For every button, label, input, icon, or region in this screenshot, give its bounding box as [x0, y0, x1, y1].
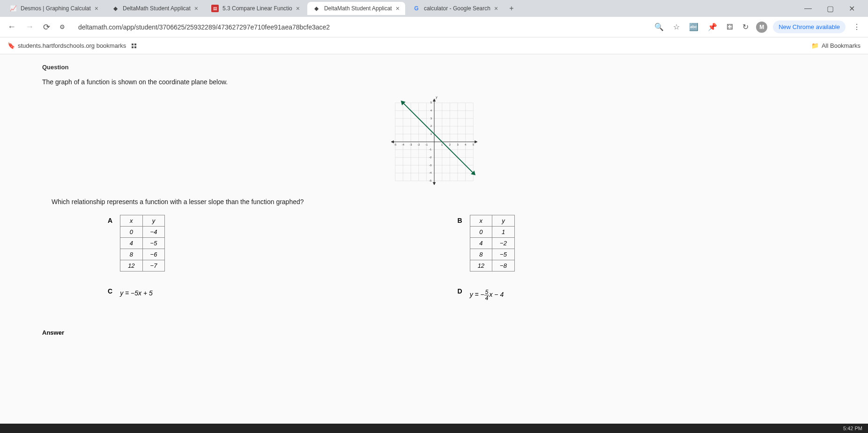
svg-text:-1: -1	[425, 143, 427, 146]
coordinate-graph: y -5-4-3-2-1 12345 54321 -1-2-3-4-5	[387, 95, 481, 189]
choice-label-b: B	[458, 217, 462, 224]
folder-icon: 📁	[811, 42, 819, 49]
apps-button[interactable]	[132, 44, 136, 48]
bookmark-hartford[interactable]: 🔖 students.hartfordschools.org bookmarks	[7, 42, 126, 49]
profile-avatar[interactable]: M	[756, 22, 767, 33]
choice-label-c: C	[108, 287, 112, 295]
svg-text:-4: -4	[429, 171, 432, 174]
search-icon[interactable]: 🔍	[653, 21, 666, 33]
close-icon[interactable]: ×	[95, 5, 98, 12]
svg-text:-1: -1	[429, 148, 431, 151]
tab-title: 5.3 Compare Linear Functio	[223, 5, 292, 12]
svg-text:y: y	[435, 95, 438, 99]
svg-text:1: 1	[430, 132, 431, 135]
sub-question-text: Which relationship represents a function…	[52, 198, 826, 205]
tab-compare-linear[interactable]: ▤ 5.3 Compare Linear Functio ×	[206, 2, 305, 15]
translate-icon[interactable]: 🔤	[687, 21, 700, 33]
table-a: xy 0−4 4−5 8−6 12−7	[120, 215, 165, 272]
close-icon[interactable]: ×	[296, 5, 300, 12]
close-icon[interactable]: ×	[194, 5, 198, 12]
svg-text:-4: -4	[401, 143, 404, 146]
choice-label-a: A	[108, 217, 112, 224]
google-icon: G	[413, 5, 420, 12]
taskbar-time: 5:42 PM	[843, 426, 862, 431]
tab-deltamath-1[interactable]: ◆ DeltaMath Student Applicat ×	[106, 2, 204, 15]
desmos-icon: 📈	[9, 5, 17, 12]
deltamath-icon: ◆	[111, 5, 119, 12]
chrome-update-button[interactable]: New Chrome available	[773, 21, 846, 33]
site-info-icon[interactable]: ⚙	[58, 22, 67, 32]
table-row: 0−4	[120, 227, 165, 238]
all-bookmarks-button[interactable]: 📁 All Bookmarks	[811, 42, 861, 49]
svg-marker-22	[475, 141, 477, 143]
choice-c[interactable]: C y = −5x + 5	[108, 286, 411, 301]
svg-text:-3: -3	[429, 164, 431, 167]
forward-button[interactable]: →	[23, 20, 36, 34]
question-heading: Question	[42, 64, 826, 71]
bookmarks-bar: 🔖 students.hartfordschools.org bookmarks…	[0, 37, 868, 54]
equation-d: y = −54x − 4	[470, 286, 504, 301]
svg-text:2: 2	[430, 125, 431, 127]
table-b: xy 01 4−2 8−5 12−8	[470, 215, 515, 272]
tab-title: calculator - Google Search	[424, 5, 490, 12]
bookmark-label: students.hartfordschools.org bookmarks	[18, 42, 126, 49]
table-row: 12−8	[470, 260, 514, 272]
svg-text:-2: -2	[417, 143, 420, 146]
svg-marker-25	[433, 183, 435, 185]
choice-a[interactable]: A xy 0−4 4−5 8−6 12−7	[108, 215, 411, 272]
apps-icon	[132, 44, 136, 48]
new-tab-button[interactable]: +	[505, 2, 517, 15]
refresh-ext-icon[interactable]: ↻	[741, 21, 750, 33]
tab-deltamath-2[interactable]: ◆ DeltaMath Student Applicat ×	[307, 2, 405, 15]
reload-button[interactable]: ⟳	[41, 20, 52, 34]
svg-text:3: 3	[457, 143, 458, 146]
choice-b[interactable]: B xy 01 4−2 8−5 12−8	[458, 215, 761, 272]
bookmark-star-icon[interactable]: ☆	[671, 21, 682, 33]
deltamath-icon: ◆	[313, 5, 320, 12]
url-field[interactable]: deltamath.com/app/student/3706625/259322…	[73, 20, 647, 35]
svg-text:4: 4	[430, 109, 432, 112]
svg-text:5: 5	[430, 101, 431, 104]
svg-text:-3: -3	[409, 143, 412, 146]
close-icon[interactable]: ×	[494, 5, 498, 12]
tab-desmos[interactable]: 📈 Desmos | Graphing Calculat ×	[4, 2, 104, 15]
svg-text:2: 2	[449, 143, 450, 146]
windows-taskbar[interactable]: 5:42 PM	[0, 424, 868, 433]
folder-icon: 🔖	[7, 42, 15, 49]
svg-text:-5: -5	[429, 179, 431, 182]
tab-title: DeltaMath Student Applicat	[123, 5, 191, 12]
svg-line-47	[403, 103, 473, 173]
tab-title: Desmos | Graphing Calculat	[21, 5, 91, 12]
address-bar: ← → ⟳ ⚙ deltamath.com/app/student/370662…	[0, 17, 868, 37]
table-row: 12−7	[120, 260, 165, 272]
extensions-icon[interactable]: ⚃	[725, 21, 735, 33]
tab-title: DeltaMath Student Applicat	[324, 5, 392, 12]
table-row: 8−5	[470, 249, 514, 260]
maximize-button[interactable]: ▢	[823, 2, 838, 15]
answer-choices: A xy 0−4 4−5 8−6 12−7 B xy 01 4−2 8−5 12…	[42, 215, 826, 301]
table-row: 01	[470, 227, 514, 238]
svg-marker-24	[433, 99, 435, 101]
page-content: Question The graph of a function is show…	[0, 54, 868, 424]
choice-d[interactable]: D y = −54x − 4	[458, 286, 761, 301]
answer-heading: Answer	[42, 329, 826, 336]
pin-icon[interactable]: 📌	[706, 21, 719, 33]
all-bookmarks-label: All Bookmarks	[822, 42, 861, 49]
table-row: 4−5	[120, 238, 165, 249]
equation-c: y = −5x + 5	[120, 286, 153, 297]
svg-text:3: 3	[430, 117, 431, 120]
menu-icon[interactable]: ⋮	[851, 21, 862, 33]
tab-google-calculator[interactable]: G calculator - Google Search ×	[407, 2, 504, 15]
minimize-button[interactable]: —	[801, 2, 816, 15]
svg-text:1: 1	[441, 143, 443, 146]
close-icon[interactable]: ×	[396, 5, 400, 12]
choice-label-d: D	[458, 287, 462, 295]
svg-text:4: 4	[465, 143, 467, 146]
doc-icon: ▤	[211, 5, 219, 12]
svg-marker-23	[391, 141, 393, 143]
question-text: The graph of a function is shown on the …	[42, 78, 826, 86]
close-button[interactable]: ✕	[845, 2, 859, 15]
window-controls: — ▢ ✕	[801, 2, 864, 15]
back-button[interactable]: ←	[6, 20, 18, 34]
table-row: 4−2	[470, 238, 514, 249]
